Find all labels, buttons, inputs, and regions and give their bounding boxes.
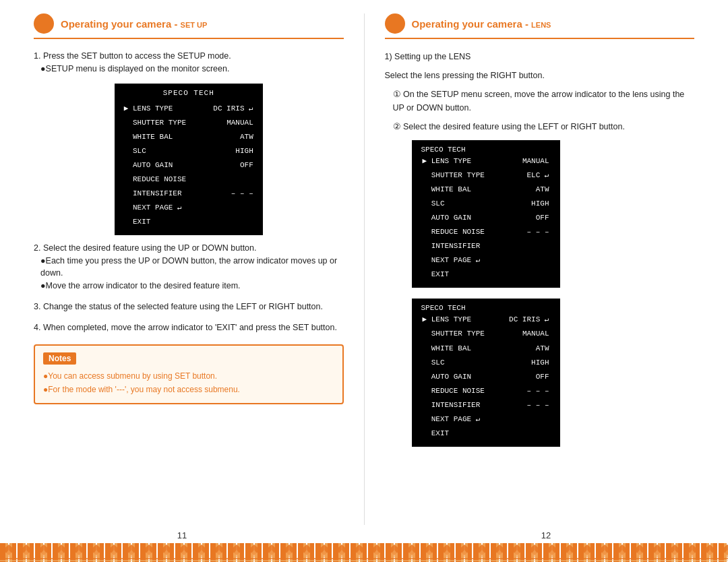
screen-label: ▶ LENS TYPE	[423, 313, 495, 326]
screen-value: DC IRIS ↵	[496, 313, 549, 326]
right-page-num: 12	[541, 530, 551, 540]
step-3-text: 3. Change the status of the selected fea…	[34, 302, 323, 311]
step-4: 4. When completed, move the arrow indica…	[34, 321, 344, 334]
screen-label: SHUTTER TYPE	[124, 117, 198, 129]
speco-screen-right-1: SPECO TECH ▶ LENS TYPEMANUAL SHUTTER TYP…	[412, 140, 560, 288]
content-area: Operating your camera - SET UP 1. Press …	[0, 0, 728, 525]
screen-row: SLCHIGH	[423, 356, 549, 369]
left-title-sub: SET UP	[181, 21, 208, 29]
screen-row: EXIT	[423, 427, 549, 440]
screen-row: ▶ LENS TYPEDC IRIS ↵	[423, 313, 549, 326]
screen-row: INTENSIFIER	[423, 240, 549, 253]
screen-value	[200, 173, 253, 186]
screen-row: SHUTTER TYPEMANUAL	[124, 117, 253, 129]
screen-label: REDUCE NOISE	[124, 173, 198, 186]
left-header-circle	[34, 13, 54, 34]
screen-value: MANUAL	[200, 117, 253, 129]
right-title-dash: -	[522, 18, 531, 30]
step-2-bullet-1: ●Each time you press the UP or DOWN butt…	[40, 255, 344, 280]
screen-value: MANUAL	[506, 155, 549, 168]
screen-row: SLCHIGH	[423, 197, 549, 210]
screen-value: OFF	[496, 371, 549, 383]
left-section-title: Operating your camera - SET UP	[61, 18, 207, 30]
screen-row: INTENSIFIER– – –	[423, 399, 549, 412]
screen-value: – – –	[496, 399, 549, 412]
screen-row: INTENSIFIER– – –	[124, 187, 253, 200]
screen-row: NEXT PAGE ↵	[423, 413, 549, 426]
screen-row: SHUTTER TYPEELC ↵	[423, 169, 549, 182]
notes-item-1: ●You can access submenu by using SET but…	[43, 370, 334, 383]
screen-value: – – –	[506, 226, 549, 239]
left-page-num: 11	[177, 530, 187, 540]
screen-row: REDUCE NOISE	[124, 173, 253, 186]
step-3: 3. Change the status of the selected fea…	[34, 301, 344, 313]
screen-label: ▶ LENS TYPE	[124, 102, 198, 115]
screen-label: SHUTTER TYPE	[423, 169, 506, 182]
screen-label: NEXT PAGE ↵	[124, 201, 198, 214]
left-title-main: Operating your camera	[61, 18, 171, 30]
right-intro-text: 1) Setting up the LENS	[385, 52, 471, 61]
notes-label: Notes	[43, 352, 76, 365]
screen-value	[506, 240, 549, 253]
screen-label: NEXT PAGE ↵	[423, 413, 495, 426]
screen-label: SLC	[423, 197, 506, 210]
svg-rect-4	[0, 543, 728, 562]
screen-row: AUTO GAINOFF	[124, 159, 253, 172]
screen-row: AUTO GAINOFF	[423, 212, 549, 224]
right-intro2: Select the lens pressing the RIGHT butto…	[385, 69, 695, 82]
screen-value: ATW	[200, 131, 253, 144]
decoration-svg	[0, 543, 728, 562]
step-2-bullet-2: ●Move the arrow indicator to the desired…	[40, 280, 344, 292]
right-title-sub: LENS	[531, 21, 551, 29]
screen-row: SHUTTER TYPEMANUAL	[423, 327, 549, 340]
screen-label: INTENSIFIER	[124, 187, 198, 200]
screen-label: AUTO GAIN	[423, 212, 506, 224]
screen-value: – – –	[200, 187, 253, 200]
step-4-text: 4. When completed, move the arrow indica…	[34, 323, 337, 332]
right-section-title: Operating your camera - LENS	[412, 18, 551, 30]
screen-row: WHITE BALATW	[423, 342, 549, 355]
screen-label: SLC	[423, 356, 495, 369]
screen-value: HIGH	[200, 145, 253, 158]
screen-value	[496, 427, 549, 440]
screen-value: ATW	[496, 342, 549, 355]
screen-value	[506, 254, 549, 267]
screen-value	[496, 413, 549, 426]
screen-row: NEXT PAGE ↵	[423, 254, 549, 267]
screen-value: OFF	[506, 212, 549, 224]
screen-label: INTENSIFIER	[423, 240, 506, 253]
notes-box: Notes ●You can access submenu by using S…	[34, 344, 344, 404]
right-sub-step-2: ② Select the desired feature using the L…	[393, 120, 695, 133]
screen-label: SHUTTER TYPE	[423, 327, 495, 340]
screen-value: ELC ↵	[506, 169, 549, 182]
screen-label: REDUCE NOISE	[423, 226, 506, 239]
screen-row: NEXT PAGE ↵	[124, 201, 253, 214]
screens-right: SPECO TECH ▶ LENS TYPEMANUAL SHUTTER TYP…	[385, 140, 695, 447]
left-title-dash: -	[171, 18, 180, 30]
screen-label: EXIT	[124, 216, 198, 228]
screen-label: WHITE BAL	[423, 342, 495, 355]
speco-title-right-1: SPECO TECH	[421, 146, 551, 154]
screen-row: SLCHIGH	[124, 145, 253, 158]
right-page: Operating your camera - LENS 1) Setting …	[365, 13, 708, 525]
screen-label: WHITE BAL	[423, 183, 506, 196]
step-1: 1. Press the SET button to access the SE…	[34, 50, 344, 75]
screen-row: EXIT	[423, 268, 549, 281]
right-title-main: Operating your camera	[412, 18, 522, 30]
screen-value: – – –	[496, 385, 549, 398]
screen-label: NEXT PAGE ↵	[423, 254, 506, 267]
notes-item-2: ●For the mode with '---', you may not ac…	[43, 383, 334, 396]
screen-value: ATW	[506, 183, 549, 196]
right-sub-step-1: ① On the SETUP menu screen, move the arr…	[393, 88, 695, 115]
screen-row: WHITE BALATW	[423, 183, 549, 196]
screen-row: ▶ LENS TYPEMANUAL	[423, 155, 549, 168]
screen-row: AUTO GAINOFF	[423, 371, 549, 383]
screen-table-right-2: ▶ LENS TYPEDC IRIS ↵ SHUTTER TYPEMANUAL …	[421, 312, 551, 441]
screen-value: MANUAL	[496, 327, 549, 340]
screen-row: ▶ LENS TYPEDC IRIS ↵	[124, 102, 253, 115]
speco-title-left: SPECO TECH	[123, 89, 255, 97]
screen-row: REDUCE NOISE– – –	[423, 226, 549, 239]
screen-label: WHITE BAL	[124, 131, 198, 144]
screen-value: DC IRIS ↵	[200, 102, 253, 115]
screen-row: EXIT	[124, 216, 253, 228]
